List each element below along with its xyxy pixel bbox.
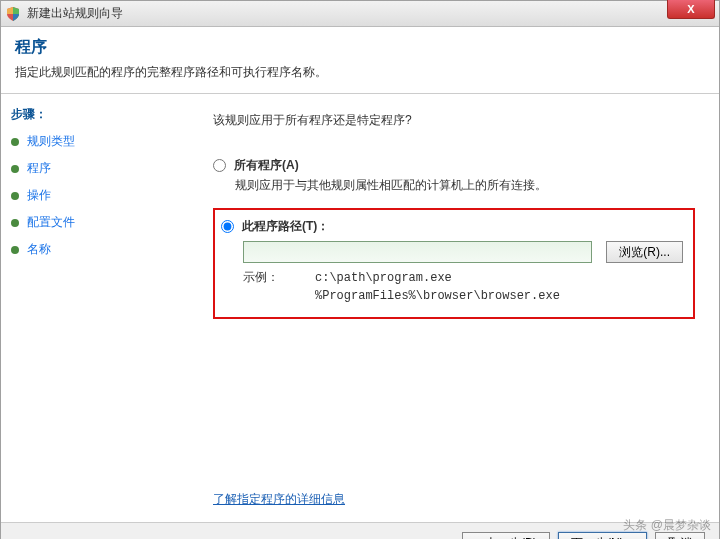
content-pane: 该规则应用于所有程序还是特定程序? 所有程序(A) 规则应用于与其他规则属性相匹… <box>189 94 719 522</box>
page-subtitle: 指定此规则匹配的程序的完整程序路径和可执行程序名称。 <box>15 64 705 81</box>
steps-heading: 步骤： <box>11 106 179 123</box>
step-name[interactable]: 名称 <box>11 241 179 258</box>
option-path-box: 此程序路径(T)： 浏览(R)... 示例： c:\path\program.e… <box>213 208 695 319</box>
question-text: 该规则应用于所有程序还是特定程序? <box>213 112 695 129</box>
option-all-programs: 所有程序(A) 规则应用于与其他规则属性相匹配的计算机上的所有连接。 <box>213 157 695 194</box>
wizard-window: 新建出站规则向导 X 程序 指定此规则匹配的程序的完整程序路径和可执行程序名称。… <box>0 0 720 539</box>
window-title: 新建出站规则向导 <box>27 5 123 22</box>
steps-sidebar: 步骤： 规则类型 程序 操作 配置文件 名称 <box>1 94 189 522</box>
bullet-icon <box>11 192 19 200</box>
example-label: 示例： <box>243 269 315 305</box>
close-button[interactable]: X <box>667 0 715 19</box>
example-text: c:\path\program.exe %ProgramFiles%\brows… <box>315 269 560 305</box>
learn-more-link-wrap: 了解指定程序的详细信息 <box>213 491 345 508</box>
program-path-input[interactable] <box>243 241 592 263</box>
wizard-header: 程序 指定此规则匹配的程序的完整程序路径和可执行程序名称。 <box>1 27 719 94</box>
radio-program-path[interactable] <box>221 220 234 233</box>
bullet-icon <box>11 138 19 146</box>
close-icon: X <box>687 3 694 15</box>
step-rule-type[interactable]: 规则类型 <box>11 133 179 150</box>
page-title: 程序 <box>15 37 705 58</box>
cancel-button[interactable]: 取消 <box>655 532 705 540</box>
step-program[interactable]: 程序 <box>11 160 179 177</box>
radio-path-label: 此程序路径(T)： <box>242 218 329 235</box>
radio-all-label: 所有程序(A) <box>234 157 299 174</box>
title-bar: 新建出站规则向导 X <box>1 1 719 27</box>
next-button[interactable]: 下一步(N) > <box>558 532 647 540</box>
bullet-icon <box>11 246 19 254</box>
bullet-icon <box>11 165 19 173</box>
bullet-icon <box>11 219 19 227</box>
learn-more-link[interactable]: 了解指定程序的详细信息 <box>213 492 345 506</box>
browse-button[interactable]: 浏览(R)... <box>606 241 683 263</box>
shield-icon <box>5 6 21 22</box>
radio-all-desc: 规则应用于与其他规则属性相匹配的计算机上的所有连接。 <box>235 177 695 194</box>
step-action[interactable]: 操作 <box>11 187 179 204</box>
step-profile[interactable]: 配置文件 <box>11 214 179 231</box>
back-button[interactable]: < 上一步(B) <box>462 532 550 540</box>
wizard-footer: < 上一步(B) 下一步(N) > 取消 <box>1 522 719 539</box>
wizard-body: 步骤： 规则类型 程序 操作 配置文件 名称 该规则应用于所有程序还是特定程序?… <box>1 94 719 522</box>
radio-all-programs[interactable] <box>213 159 226 172</box>
